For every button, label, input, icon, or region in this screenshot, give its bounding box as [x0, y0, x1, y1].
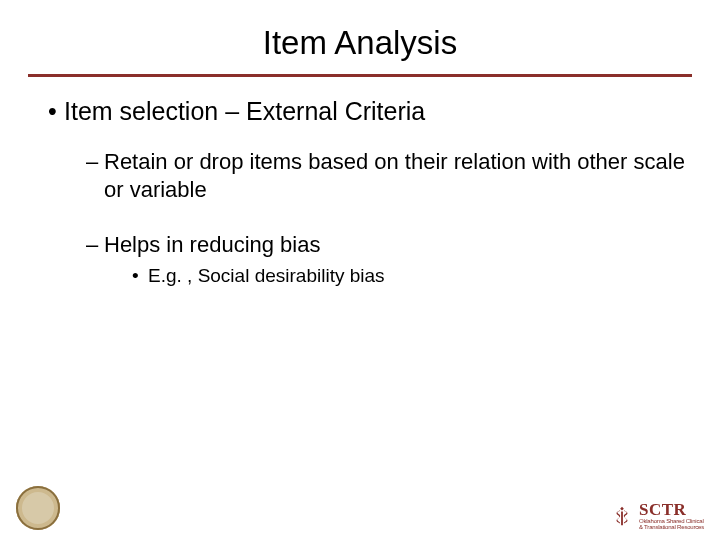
seal-icon [16, 486, 60, 530]
slide-footer: SCTR Oklahoma Shared Clinical & Translat… [0, 486, 720, 530]
bullet-text: Helps in reducing bias [104, 232, 320, 257]
bullet-text: Item selection – External Criteria [64, 97, 425, 125]
slide-content: Item selection – External Criteria Retai… [30, 97, 690, 287]
sctr-subtitle-2: & Translational Resources [639, 524, 704, 530]
bullet-level2: Helps in reducing bias [84, 231, 690, 259]
sctr-label: SCTR [639, 501, 704, 518]
bullet-level1: Item selection – External Criteria [44, 97, 690, 126]
title-underline [28, 74, 692, 77]
bullet-level2: Retain or drop items based on their rela… [84, 148, 690, 203]
sctr-text: SCTR Oklahoma Shared Clinical & Translat… [639, 501, 704, 530]
caduceus-icon [611, 505, 633, 527]
bullet-level3: E.g. , Social desirability bias [130, 265, 690, 287]
bullet-text: E.g. , Social desirability bias [148, 265, 385, 286]
sctr-logo: SCTR Oklahoma Shared Clinical & Translat… [611, 501, 704, 530]
slide-title: Item Analysis [30, 0, 690, 74]
slide: Item Analysis Item selection – External … [0, 0, 720, 540]
bullet-text: Retain or drop items based on their rela… [104, 149, 685, 202]
